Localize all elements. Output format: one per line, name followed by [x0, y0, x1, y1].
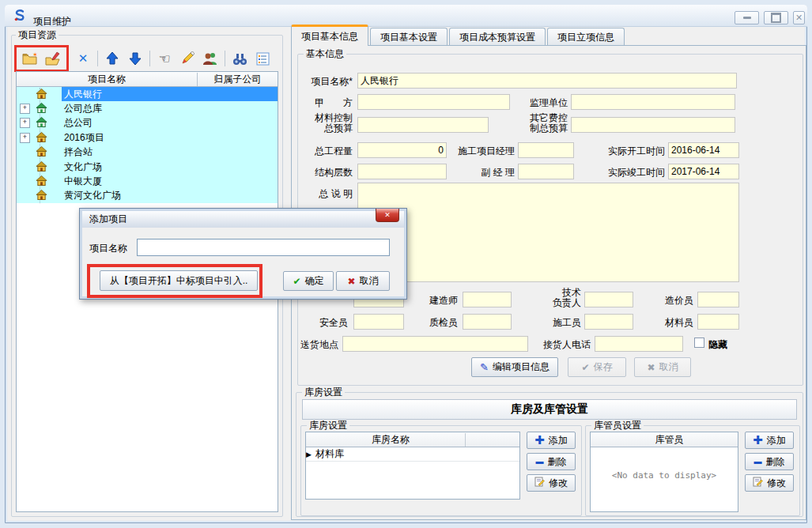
minus-icon: ▬: [536, 457, 544, 466]
warehouse-name-column-header[interactable]: 库房名称: [316, 433, 466, 447]
tree-item[interactable]: 中银大厦: [17, 174, 278, 188]
actual-start-label: 实际开工时间: [599, 145, 665, 157]
minimize-button[interactable]: [735, 11, 759, 25]
keeper-grid-header: 库管员: [591, 432, 738, 447]
annotation-toolbar-highlight: ✶: [14, 45, 69, 72]
keeper-modify-button[interactable]: 修改: [745, 474, 794, 492]
tree-item[interactable]: + 总公司: [17, 116, 278, 130]
hide-checkbox[interactable]: [694, 338, 704, 348]
window-titlebar: 项目维护: [5, 5, 807, 27]
app-logo-icon: [13, 9, 27, 23]
tab-project-basic-info[interactable]: 项目基本信息: [291, 25, 368, 46]
material-clerk-input[interactable]: [697, 314, 739, 330]
tree-expander-icon[interactable]: +: [20, 133, 30, 143]
tab-project-basic-settings[interactable]: 项目基本设置: [370, 28, 448, 46]
warehouse-remove-button[interactable]: ▬删除: [527, 453, 576, 470]
tree-item[interactable]: 黄河文化广场: [17, 189, 278, 203]
construction-pm-label: 施工项目经理: [447, 145, 515, 157]
actual-finish-input[interactable]: [668, 164, 739, 179]
cancel-x-icon: ✖: [347, 276, 355, 287]
dialog-name-label: 项目名称: [89, 242, 127, 255]
hide-checkbox-label: 隐藏: [708, 338, 727, 352]
structure-floors-input[interactable]: [357, 164, 447, 179]
construction-worker-input[interactable]: [584, 314, 633, 330]
ok-check-icon: ✔: [293, 276, 300, 287]
safety-officer-label: 安全员: [305, 317, 348, 328]
keeper-add-button[interactable]: ✚添加: [745, 432, 794, 449]
deputy-manager-input[interactable]: [518, 164, 574, 179]
supervisor-unit-label: 监理单位: [506, 97, 568, 108]
dialog-cancel-button[interactable]: ✖ 取消: [336, 271, 390, 291]
warehouse-group-label: 库房设置: [302, 387, 345, 397]
add-project-folder-icon[interactable]: ✶: [21, 50, 39, 67]
delete-node-icon[interactable]: ✕: [74, 50, 92, 67]
party-a-input[interactable]: [357, 94, 510, 110]
rename-pencil-icon[interactable]: [179, 50, 196, 67]
cancel-edit-button[interactable]: ✖ 取消: [634, 357, 691, 377]
house-icon: [36, 88, 47, 101]
save-button[interactable]: ✔ 保存: [568, 357, 626, 377]
warehouse-row[interactable]: ▶ 材料库: [306, 447, 519, 462]
tree-item[interactable]: 人民银行: [17, 87, 278, 101]
column-settings-grid-icon[interactable]: [254, 50, 271, 67]
column-header-subsidiary[interactable]: 归属子公司: [198, 73, 278, 86]
members-people-icon[interactable]: [202, 50, 219, 67]
quality-inspector-input[interactable]: [463, 314, 512, 330]
edit-project-folder-icon[interactable]: [44, 50, 62, 67]
find-binoculars-icon[interactable]: [231, 50, 248, 67]
receiver-phone-input[interactable]: [595, 336, 683, 352]
general-note-textarea[interactable]: [357, 183, 739, 282]
cost-engineer-input[interactable]: [697, 292, 739, 307]
total-quantity-input[interactable]: [357, 142, 447, 158]
tab-project-cost-budget-settings[interactable]: 项目成本预算设置: [449, 28, 546, 46]
column-header-project-name[interactable]: 项目名称: [17, 73, 198, 86]
tree-item[interactable]: 拌合站: [17, 145, 278, 160]
house-icon: [36, 131, 47, 145]
pen-icon: ✎: [480, 361, 489, 373]
tech-lead-input[interactable]: [584, 292, 633, 307]
project-name-input[interactable]: [357, 73, 737, 89]
tree-item-label: 拌合站: [62, 145, 278, 160]
tree-item[interactable]: + 公司总库: [17, 101, 278, 115]
svg-text:✶: ✶: [32, 51, 38, 58]
warehouse-modify-button[interactable]: 修改: [527, 474, 576, 492]
construction-pm-input[interactable]: [518, 142, 574, 158]
tree-item[interactable]: + 2016项目: [17, 130, 278, 145]
tree-expander-icon[interactable]: +: [20, 118, 30, 128]
dialog-titlebar: 添加项目: [82, 211, 404, 228]
tree-expander-icon[interactable]: +: [20, 104, 30, 114]
move-up-icon[interactable]: [104, 50, 121, 67]
modify-note-icon: [753, 477, 763, 489]
supervisor-unit-input[interactable]: [571, 94, 735, 110]
builder-input[interactable]: [463, 292, 512, 307]
close-button[interactable]: ✕: [793, 11, 805, 25]
edit-project-info-button[interactable]: ✎ 编辑项目信息: [471, 357, 558, 377]
save-check-icon: ✔: [581, 362, 589, 373]
basic-info-label: 基本信息: [304, 49, 346, 58]
house-icon: [36, 175, 47, 188]
party-a-label: 甲 方: [297, 97, 353, 108]
delivery-address-input[interactable]: [342, 336, 528, 352]
actual-start-input[interactable]: [668, 142, 739, 158]
tab-project-approval-info[interactable]: 项目立项信息: [547, 28, 625, 46]
dialog-name-input[interactable]: [137, 239, 390, 256]
tree-item-label: 黄河文化广场: [62, 189, 278, 203]
dialog-close-button[interactable]: ✕: [376, 209, 399, 222]
safety-officer-input[interactable]: [353, 314, 404, 330]
keeper-column-header[interactable]: 库管员: [601, 433, 738, 447]
structure-floors-label: 结构层数: [297, 167, 353, 178]
move-down-icon[interactable]: [127, 50, 144, 67]
other-fee-budget-input[interactable]: [571, 117, 735, 133]
assign-hand-icon[interactable]: ☜: [156, 50, 173, 67]
maximize-button[interactable]: [764, 11, 788, 25]
keeper-remove-button[interactable]: ▬删除: [745, 453, 794, 470]
warehouse-add-button[interactable]: ✚添加: [527, 432, 576, 449]
minimize-icon: [743, 17, 751, 19]
tree-item-label: 中银大厦: [62, 174, 278, 188]
dialog-ok-button[interactable]: ✔ 确定: [283, 271, 334, 291]
tree-item[interactable]: 文化广场: [17, 160, 278, 174]
construction-worker-label: 施工员: [546, 317, 581, 328]
material-budget-input[interactable]: [357, 117, 489, 133]
delivery-address-label: 送货地点: [300, 339, 338, 350]
close-x-icon: ✕: [384, 211, 391, 219]
